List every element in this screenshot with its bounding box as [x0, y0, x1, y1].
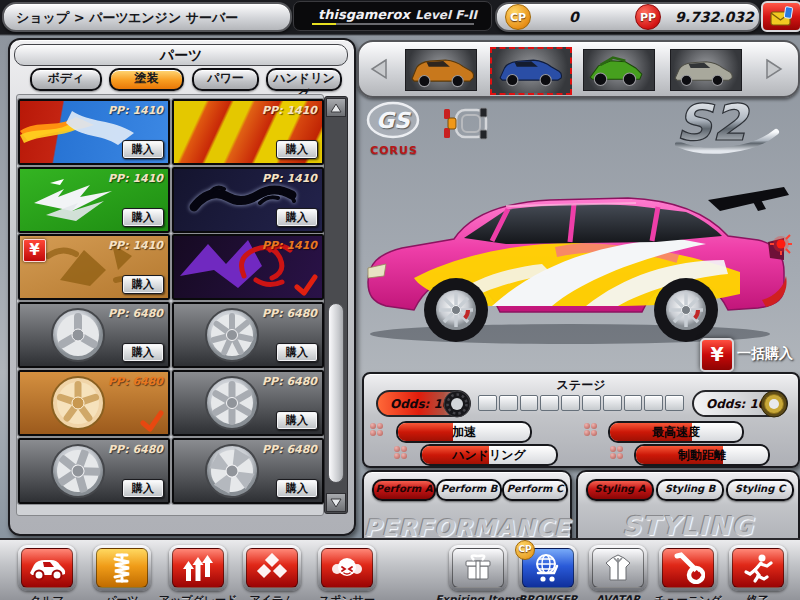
upgrade-arrows-icon [180, 553, 216, 583]
mail-button[interactable] [761, 1, 800, 32]
bulk-buy-yen-button[interactable]: ¥ [700, 338, 734, 372]
scrollbar-thumb[interactable] [328, 303, 344, 483]
odds-right: Odds: 100 [692, 390, 788, 417]
buy-button[interactable]: 購入 [276, 411, 318, 430]
wrench-icon [671, 552, 705, 584]
carousel-left-arrow[interactable] [368, 58, 390, 80]
item-price: PP: 1410 [262, 239, 317, 252]
stat-handling[interactable]: ハンドリング [420, 444, 558, 466]
buy-button[interactable]: 購入 [122, 479, 164, 498]
item-paint-navy-tribal[interactable]: PP: 1410 購入 [172, 167, 324, 233]
item-paint-flame-blue[interactable]: PP: 1410 購入 [18, 99, 170, 165]
brand-name: CORUS [366, 144, 422, 157]
tab-paint[interactable]: 塗装 [109, 68, 184, 91]
buy-button[interactable]: 購入 [276, 208, 318, 227]
buy-button[interactable]: 購入 [276, 343, 318, 362]
spoiler [708, 187, 789, 211]
toolbar-upgrade-button[interactable] [169, 545, 227, 591]
toolbar-items-button[interactable] [243, 545, 301, 591]
item-wheel-7-spoke[interactable]: PP: 6480 購入 [172, 302, 324, 368]
tab-handling[interactable]: ハンドリング [266, 68, 342, 91]
rear-wheel [654, 278, 718, 342]
toolbar-label: スポンサー [302, 593, 392, 600]
car-thumbnail-art [584, 50, 646, 90]
perform-c-button[interactable]: Perform C [502, 479, 568, 501]
buy-button[interactable]: 購入 [122, 275, 164, 294]
item-wheel-5-spoke-b[interactable]: PP: 6480 購入 [18, 438, 170, 504]
headlight [368, 264, 386, 278]
bulk-buy-label: 一括購入 [737, 345, 793, 363]
perform-a-button[interactable]: Perform A [372, 479, 436, 501]
item-price: PP: 6480 [108, 375, 163, 388]
player-level: Level F-II [415, 8, 477, 22]
gs-mark: GS [376, 108, 412, 133]
breadcrumb[interactable]: ショップ > パーツ [16, 9, 129, 27]
toolbar-browser-button[interactable]: CP [519, 545, 577, 591]
game-shop-screen: ショップ > パーツ エンジン サーバー thisgamerox Level F… [0, 0, 800, 600]
car-thumbnail-art [492, 49, 566, 89]
item-wheel-3-spoke[interactable]: PP: 6480 購入 [18, 302, 170, 368]
tab-body[interactable]: ボディ [30, 68, 102, 91]
odds-left: Odds: 100 [376, 390, 471, 417]
currency-bar: CP 0 PP 9.732.032 [495, 2, 761, 32]
parts-panel: パーツ ボディ 塗装 パワー ハンドリング PP: 1410 購入 PP: 14… [8, 38, 356, 536]
cp-coin-icon: CP [505, 4, 531, 30]
toolbar-car-button[interactable] [18, 545, 76, 591]
carousel-right-arrow[interactable] [763, 58, 785, 80]
toolbar-tuning-button[interactable] [659, 545, 717, 591]
stat-acceleration[interactable]: 加速 [396, 421, 532, 443]
car-icon [27, 554, 67, 582]
buy-button[interactable]: 購入 [276, 140, 318, 159]
triangle-up-icon [330, 103, 342, 113]
car-thumbnail-art [406, 50, 476, 90]
vehicle-render[interactable] [356, 180, 792, 350]
car-thumb-green-buggy[interactable] [583, 49, 655, 91]
toolbar-label: 終了 [713, 593, 800, 600]
player-name: thisgamerox [318, 7, 410, 22]
styling-b-button[interactable]: Styling B [656, 479, 724, 501]
item-paint-yellow-stripes[interactable]: PP: 1410 購入 [172, 99, 324, 165]
pp-coin-icon: PP [635, 4, 661, 30]
item-diamonds-icon [255, 553, 289, 583]
buy-button[interactable]: 購入 [122, 140, 164, 159]
toolbar-avatar-button[interactable] [589, 545, 647, 591]
perform-b-button[interactable]: Perform B [436, 479, 502, 501]
toolbar-exit-button[interactable] [729, 545, 787, 591]
stat-braking[interactable]: 制動距離 [634, 444, 770, 466]
car-thumb-silver-sedan[interactable] [670, 49, 742, 91]
item-wheel-5-spoke-selected[interactable]: PP: 6480 [18, 370, 170, 436]
item-paint-green-claws[interactable]: PP: 1410 購入 [18, 167, 170, 233]
item-price: PP: 6480 [262, 443, 317, 456]
toolbar-expiring-items-button[interactable] [449, 545, 507, 591]
car-thumb-blue-sedan-selected[interactable] [490, 47, 572, 95]
toolbar-sponsor-button[interactable] [318, 545, 376, 591]
car-thumb-orange-truck[interactable] [405, 49, 477, 91]
car-carousel [357, 40, 800, 98]
parts-panel-title: パーツ [14, 44, 348, 66]
item-wheel-4-spoke[interactable]: PP: 6480 購入 [172, 438, 324, 504]
item-paint-purple-dragon[interactable]: PP: 1410 [172, 234, 324, 300]
buy-button[interactable]: 購入 [276, 479, 318, 498]
cp-value: 0 [569, 9, 579, 25]
styling-a-button[interactable]: Styling A [586, 479, 654, 501]
toolbar-parts-button[interactable] [93, 545, 151, 591]
items-scrollbar[interactable] [324, 96, 348, 514]
stat-top-speed[interactable]: 最高速度 [608, 421, 744, 443]
item-paint-gold-tribal[interactable]: ¥ PP: 1410 購入 [18, 234, 170, 300]
buy-button[interactable]: 購入 [122, 343, 164, 362]
tab-power[interactable]: パワー [192, 68, 259, 91]
coilover-icon [108, 552, 136, 584]
styling-c-button[interactable]: Styling C [726, 479, 794, 501]
item-price: PP: 6480 [108, 443, 163, 456]
item-wheel-6-spoke[interactable]: PP: 6480 購入 [172, 370, 324, 436]
scroll-down-button[interactable] [326, 493, 346, 512]
scroll-up-button[interactable] [326, 98, 346, 117]
mail-envelope-icon [769, 5, 795, 29]
sponsor-girl-icon [330, 553, 364, 583]
xp-bar-track [312, 23, 474, 25]
selected-checkmark-icon [140, 410, 164, 432]
gs-oval-logo-icon: GS [366, 100, 422, 142]
car-thumbnail-art [671, 50, 733, 90]
buy-button[interactable]: 購入 [122, 208, 164, 227]
gift-box-icon [461, 553, 495, 583]
